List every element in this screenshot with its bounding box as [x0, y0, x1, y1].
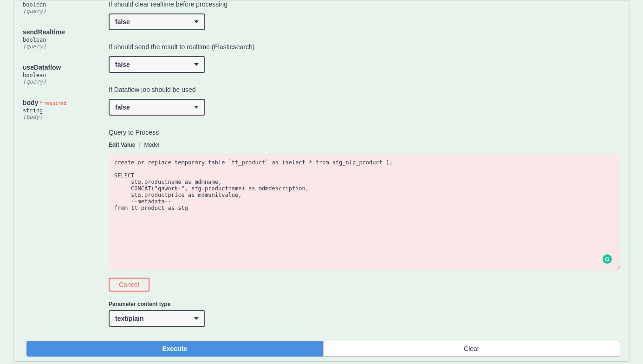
chevron-down-icon — [194, 63, 199, 66]
tab-edit-value[interactable]: Edit Value — [109, 142, 135, 148]
param-type: boolean — [23, 1, 109, 8]
select-value: false — [115, 61, 130, 68]
sendRealtime-select[interactable]: false — [109, 56, 205, 73]
param-name: sendRealtime — [23, 28, 109, 36]
param-useDataflow: useDataflow boolean (query) — [23, 64, 109, 85]
api-operation-panel: boolean (query) sendRealtime boolean (qu… — [13, 0, 630, 362]
param-type: boolean — [23, 72, 109, 78]
tab-model[interactable]: Model — [144, 142, 159, 148]
param-sendRealtime: sendRealtime boolean (query) — [23, 28, 109, 50]
parameters-sidebar: boolean (query) sendRealtime boolean (qu… — [13, 0, 109, 327]
param-body: body * required string (body) — [23, 99, 109, 120]
chevron-down-icon — [194, 20, 199, 23]
action-buttons: Execute Clear — [13, 327, 630, 357]
execute-button[interactable]: Execute — [26, 341, 323, 357]
select-value: false — [115, 18, 130, 26]
required-star: * — [40, 100, 42, 106]
param-description: Query to Process — [109, 129, 620, 136]
useDataflow-select[interactable]: false — [109, 99, 205, 116]
param-type: string — [23, 107, 109, 114]
param-name: body — [23, 99, 38, 106]
chevron-down-icon — [194, 106, 199, 109]
body-textarea[interactable] — [109, 154, 620, 270]
grammarly-icon[interactable]: G — [603, 254, 612, 264]
param-in: (query) — [23, 43, 109, 50]
tab-separator: | — [139, 142, 140, 148]
select-value: false — [115, 104, 130, 111]
param-type: boolean — [23, 37, 109, 43]
param-description: If should send the result to realtime (E… — [109, 43, 620, 51]
param-name: useDataflow — [23, 64, 109, 71]
parameters-section: boolean (query) sendRealtime boolean (qu… — [13, 0, 630, 327]
clear-button[interactable]: Clear — [323, 341, 621, 357]
parameter-content-type-select[interactable]: text/plain — [109, 310, 205, 327]
cancel-button[interactable]: Cancel — [109, 278, 149, 292]
clearRealtime-select[interactable]: false — [109, 13, 205, 30]
param-in: (query) — [23, 78, 109, 85]
parameter-content-type-label: Parameter content type — [109, 301, 620, 307]
select-value: text/plain — [115, 315, 143, 322]
param-description: If Dataflow job should be used — [109, 86, 620, 93]
chevron-down-icon — [194, 317, 199, 320]
param-description: If should clear realtime before processi… — [109, 0, 620, 8]
required-label: required — [44, 101, 66, 106]
parameters-content: If should clear realtime before processi… — [109, 0, 630, 327]
param-in: (query) — [23, 8, 109, 14]
body-tabs: Edit Value | Model — [109, 142, 620, 148]
param-clearRealtime: boolean (query) — [23, 1, 109, 14]
param-in: (body) — [23, 114, 109, 120]
